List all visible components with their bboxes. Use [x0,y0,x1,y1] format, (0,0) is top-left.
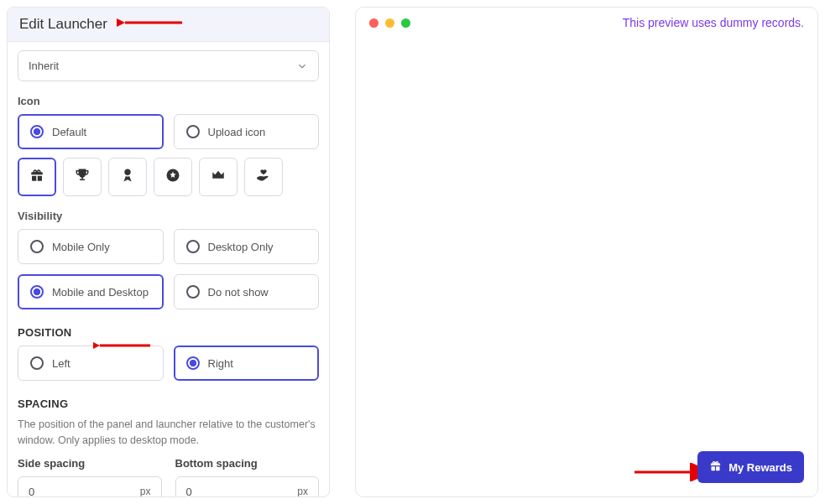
font-inherit-select[interactable]: Inherit [18,50,319,81]
icon-choice-star-circle[interactable] [154,158,192,196]
hand-heart-icon [256,168,271,186]
icon-choice-gift[interactable] [18,158,56,196]
dot-green-icon [401,18,410,28]
icon-choice-trophy[interactable] [63,158,102,196]
unit-label: px [140,486,151,496]
option-label: Default [52,126,86,138]
option-label: Mobile Only [52,241,110,253]
option-label: Do not show [208,286,269,299]
bottom-spacing-input[interactable] [186,486,298,497]
option-label: Mobile and Desktop [52,286,149,299]
preview-message: This preview uses dummy records. [623,16,804,29]
select-value: Inherit [29,60,59,72]
spacing-description: The position of the panel and launcher r… [18,417,319,449]
icon-option-upload[interactable]: Upload icon [174,114,320,149]
radio-icon [30,125,44,138]
option-label: Desktop Only [208,241,274,253]
side-spacing-input[interactable] [29,486,140,497]
visibility-mobile-only[interactable]: Mobile Only [18,229,164,264]
bottom-spacing-label: Bottom spacing [175,457,320,470]
dot-yellow-icon [385,18,394,28]
visibility-mobile-and-desktop[interactable]: Mobile and Desktop [18,274,164,309]
icon-choice-badge[interactable] [108,158,147,196]
preview-topbar: This preview uses dummy records. [356,8,817,38]
option-label: Left [52,357,70,370]
preview-panel: This preview uses dummy records. My Rewa… [355,7,818,497]
icon-option-default[interactable]: Default [18,114,164,149]
gift-icon [29,168,44,186]
radio-icon [186,240,200,253]
crown-icon [211,168,226,186]
spacing-heading: SPACING [18,397,319,410]
launcher-button[interactable]: My Rewards [697,451,804,483]
radio-icon [186,356,200,370]
position-right[interactable]: Right [174,346,320,381]
unit-label: px [297,486,308,496]
visibility-do-not-show[interactable]: Do not show [174,274,320,309]
panel-header: Edit Launcher [8,8,329,42]
edit-launcher-panel: Edit Launcher Inherit [7,7,330,497]
radio-icon [186,285,200,299]
gift-icon [709,460,722,475]
panel-title: Edit Launcher [19,16,107,32]
radio-icon [30,240,44,253]
position-heading: POSITION [18,326,319,339]
position-left[interactable]: Left [18,346,164,381]
window-dots [369,18,410,28]
trophy-icon [75,168,90,186]
side-spacing-label: Side spacing [18,457,162,470]
chevron-down-icon [296,60,308,72]
icon-section-label: Icon [18,95,319,107]
panel-body[interactable]: Inherit Icon Default Upload icon [8,42,329,496]
radio-icon [30,356,44,370]
side-spacing-input-wrap[interactable]: px [18,476,162,497]
option-label: Upload icon [208,126,266,138]
icon-choice-crown[interactable] [199,158,238,196]
badge-icon [120,168,135,186]
radio-icon [30,285,44,299]
launcher-label: My Rewards [728,461,792,474]
star-circle-icon [165,168,180,186]
dot-red-icon [369,18,379,28]
bottom-spacing-input-wrap[interactable]: px [175,476,320,497]
radio-icon [186,125,200,138]
visibility-label: Visibility [18,210,319,222]
icon-choice-hand-heart[interactable] [244,158,283,196]
visibility-desktop-only[interactable]: Desktop Only [174,229,320,264]
option-label: Right [208,357,233,370]
